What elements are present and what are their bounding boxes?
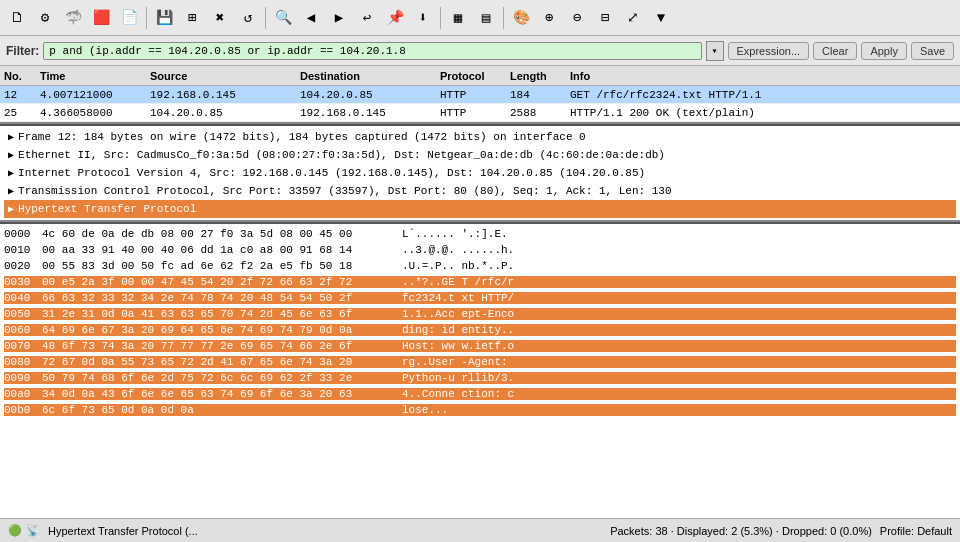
save-button[interactable]: Save (911, 42, 954, 60)
hex-row: 0010 00 aa 33 91 40 00 40 06 dd 1a c0 a8… (4, 242, 956, 258)
packet-no: 25 (0, 107, 40, 119)
apply-button[interactable]: Apply (861, 42, 907, 60)
table-row[interactable]: 25 4.366058000 104.20.0.85 192.168.0.145… (0, 104, 960, 122)
detail-text: Ethernet II, Src: CadmusCo_f0:3a:5d (08:… (18, 149, 665, 161)
packet-info: HTTP/1.1 200 OK (text/plain) (570, 107, 960, 119)
hex-row: 0060 64 69 6e 67 3a 20 69 64 65 6e 74 69… (4, 322, 956, 338)
packets-status-text: Packets: 38 · Displayed: 2 (5.3%) · Drop… (610, 525, 872, 537)
close-icon[interactable]: ✖ (207, 5, 233, 31)
toolbar: 🗋 ⚙ 🦈 🟥 📄 💾 ⊞ ✖ ↺ 🔍 ◀ ▶ ↩ 📌 ⬇ ▦ ▤ 🎨 ⊕ ⊖ … (0, 0, 960, 36)
packet-proto: HTTP (440, 89, 510, 101)
zoom-in-icon[interactable]: ⊕ (536, 5, 562, 31)
detail-pane: ▶ Frame 12: 184 bytes on wire (1472 bits… (0, 124, 960, 222)
expand-arrow: ▶ (8, 203, 14, 215)
colorize-icon[interactable]: 🎨 (508, 5, 534, 31)
new-file-icon[interactable]: 🗋 (4, 5, 30, 31)
hex-row: 0020 00 55 83 3d 00 50 fc ad 6e 62 f2 2a… (4, 258, 956, 274)
toolbar-sep-1 (146, 7, 147, 29)
status-bar: 🟢 📡 Hypertext Transfer Protocol (... Pac… (0, 518, 960, 542)
settings-icon[interactable]: ⚙ (32, 5, 58, 31)
packet-src: 104.20.0.85 (150, 107, 300, 119)
start-capture-icon[interactable]: 🦈 (60, 5, 86, 31)
packet-info: GET /rfc/rfc2324.txt HTTP/1.1 (570, 89, 960, 101)
hex-row: 0040 66 63 32 33 32 34 2e 74 78 74 20 48… (4, 290, 956, 306)
detail-text: Transmission Control Protocol, Src Port:… (18, 185, 672, 197)
filter-label: Filter: (6, 44, 39, 58)
expand-arrow: ▶ (8, 131, 14, 143)
forward-icon[interactable]: ▶ (326, 5, 352, 31)
packet-len: 2588 (510, 107, 570, 119)
expand-arrow: ▶ (8, 185, 14, 197)
hex-row: 00b0 6c 6f 73 65 0d 0a 0d 0a lose... (4, 402, 956, 418)
decode-icon[interactable]: ▤ (473, 5, 499, 31)
more-icon[interactable]: ▼ (648, 5, 674, 31)
detail-text: Frame 12: 184 bytes on wire (1472 bits),… (18, 131, 586, 143)
interface-icon: 📡 (26, 524, 40, 537)
hex-row: 0070 48 6f 73 74 3a 20 77 77 77 2e 69 65… (4, 338, 956, 354)
col-header-length: Length (510, 70, 570, 82)
hex-row: 0030 00 e5 2a 3f 00 00 47 45 54 20 2f 72… (4, 274, 956, 290)
detail-row-ip[interactable]: ▶ Internet Protocol Version 4, Src: 192.… (4, 164, 956, 182)
table-row[interactable]: 12 4.007121000 192.168.0.145 104.20.0.85… (0, 86, 960, 104)
packet-dst: 104.20.0.85 (300, 89, 440, 101)
protocol-status-text: Hypertext Transfer Protocol (... (48, 525, 602, 537)
down-icon[interactable]: ⬇ (410, 5, 436, 31)
reload-icon[interactable]: ↺ (235, 5, 261, 31)
fullscreen-icon[interactable]: ⤢ (620, 5, 646, 31)
clear-button[interactable]: Clear (813, 42, 857, 60)
capture-icon: 🟢 (8, 524, 22, 537)
resize-icon[interactable]: ⊟ (592, 5, 618, 31)
hex-row: 0080 72 67 0d 0a 55 73 65 72 2d 41 67 65… (4, 354, 956, 370)
packet-header: No. Time Source Destination Protocol Len… (0, 66, 960, 86)
grid-icon[interactable]: ⊞ (179, 5, 205, 31)
detail-row-http[interactable]: ▶ Hypertext Transfer Protocol (4, 200, 956, 218)
hex-row: 0000 4c 60 de 0a de db 08 00 27 f0 3a 5d… (4, 226, 956, 242)
filter-dropdown[interactable]: ▾ (706, 41, 724, 61)
stop-icon[interactable]: 🟥 (88, 5, 114, 31)
status-icons: 🟢 📡 (8, 524, 40, 537)
filter-bar: Filter: ▾ Expression... Clear Apply Save (0, 36, 960, 66)
zoom-out-icon[interactable]: ⊖ (564, 5, 590, 31)
detail-row-tcp[interactable]: ▶ Transmission Control Protocol, Src Por… (4, 182, 956, 200)
packet-time: 4.366058000 (40, 107, 150, 119)
col-header-destination: Destination (300, 70, 440, 82)
detail-text: Internet Protocol Version 4, Src: 192.16… (18, 167, 645, 179)
expression-button[interactable]: Expression... (728, 42, 810, 60)
hex-row: 00a0 34 0d 0a 43 6f 6e 6e 65 63 74 69 6f… (4, 386, 956, 402)
col-header-info: Info (570, 70, 960, 82)
col-header-time: Time (40, 70, 150, 82)
restart-icon[interactable]: 📄 (116, 5, 142, 31)
col-header-no: No. (0, 70, 40, 82)
pin-icon[interactable]: 📌 (382, 5, 408, 31)
back-icon[interactable]: ◀ (298, 5, 324, 31)
packet-dst: 192.168.0.145 (300, 107, 440, 119)
profile-status-text: Profile: Default (880, 525, 952, 537)
hex-pane: 0000 4c 60 de 0a de db 08 00 27 f0 3a 5d… (0, 222, 960, 518)
open-icon[interactable]: 💾 (151, 5, 177, 31)
detail-row-ethernet[interactable]: ▶ Ethernet II, Src: CadmusCo_f0:3a:5d (0… (4, 146, 956, 164)
toolbar-sep-2 (265, 7, 266, 29)
packet-view-icon[interactable]: ▦ (445, 5, 471, 31)
jump-back-icon[interactable]: ↩ (354, 5, 380, 31)
packet-list: No. Time Source Destination Protocol Len… (0, 66, 960, 124)
detail-row-frame[interactable]: ▶ Frame 12: 184 bytes on wire (1472 bits… (4, 128, 956, 146)
expand-arrow: ▶ (8, 149, 14, 161)
packet-len: 184 (510, 89, 570, 101)
packet-no: 12 (0, 89, 40, 101)
toolbar-sep-3 (440, 7, 441, 29)
packet-proto: HTTP (440, 107, 510, 119)
packet-time: 4.007121000 (40, 89, 150, 101)
packet-src: 192.168.0.145 (150, 89, 300, 101)
toolbar-sep-4 (503, 7, 504, 29)
detail-text: Hypertext Transfer Protocol (18, 203, 196, 215)
search-icon[interactable]: 🔍 (270, 5, 296, 31)
expand-arrow: ▶ (8, 167, 14, 179)
hex-row: 0090 50 79 74 68 6f 6e 2d 75 72 6c 6c 69… (4, 370, 956, 386)
col-header-source: Source (150, 70, 300, 82)
col-header-protocol: Protocol (440, 70, 510, 82)
hex-row: 0050 31 2e 31 0d 0a 41 63 63 65 70 74 2d… (4, 306, 956, 322)
filter-input[interactable] (43, 42, 701, 60)
